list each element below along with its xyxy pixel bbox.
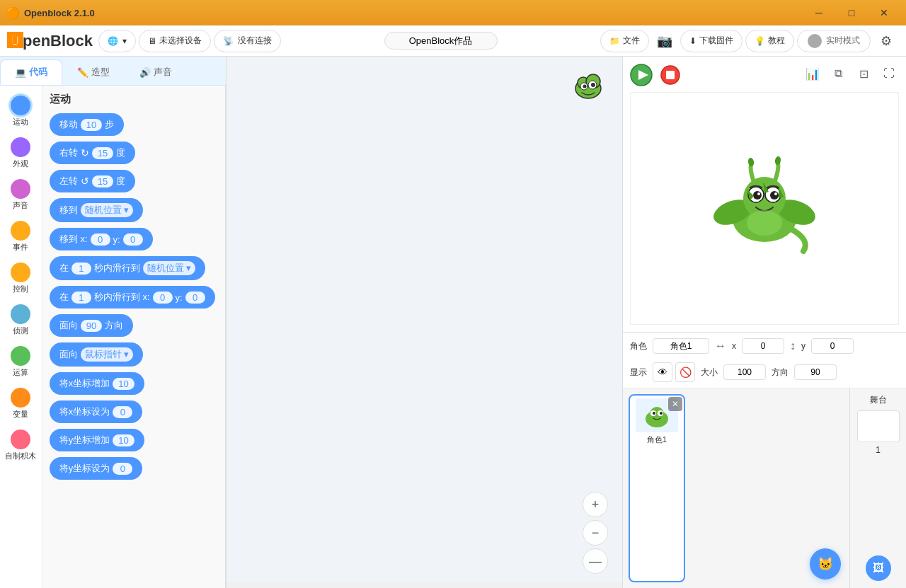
block-change-x[interactable]: 将x坐标增加 10 xyxy=(50,372,144,395)
stage-backdrop-thumb xyxy=(857,410,900,442)
tab-sound[interactable]: 🔊 声音 xyxy=(125,59,187,85)
hide-button[interactable]: 🚫 xyxy=(675,362,695,382)
block-glide-xy[interactable]: 在 1 秒内滑行到 x: 0 y: 0 xyxy=(50,286,215,309)
cat-variables[interactable]: 变量 xyxy=(1,384,40,424)
blocks-category-title: 运动 xyxy=(50,93,218,106)
scratch-background: + − — xyxy=(226,57,622,588)
sprite-name-label: 角色 xyxy=(630,340,647,352)
show-button[interactable]: 👁 xyxy=(653,362,672,382)
svg-point-20 xyxy=(770,191,779,200)
zoom-out-button[interactable]: − xyxy=(583,520,608,546)
add-backdrop-icon: 🖼 xyxy=(873,562,884,575)
cat-myblocks[interactable]: 自制积木 xyxy=(1,425,40,466)
operators-dot xyxy=(11,346,30,366)
cat-events[interactable]: 事件 xyxy=(1,217,40,257)
scratch-scrollbar[interactable] xyxy=(226,582,622,588)
block-goto-random[interactable]: 移到 随机位置 ▾ xyxy=(50,198,144,222)
sprite-card-1[interactable]: ✕ 角色1 xyxy=(629,394,685,582)
logo: 🅾penBlock xyxy=(7,32,93,50)
add-backdrop-button[interactable]: 🖼 xyxy=(866,555,891,581)
block-point-towards[interactable]: 面向 鼠标指针 ▾ xyxy=(50,342,144,367)
sprite-thumb-svg xyxy=(569,67,608,106)
cat-sound[interactable]: 声音 xyxy=(1,175,40,215)
tutorial-button[interactable]: 💡 教程 xyxy=(745,30,794,52)
block-change-y[interactable]: 将y坐标增加 10 xyxy=(50,429,144,451)
run-button[interactable] xyxy=(629,62,654,88)
block-set-x[interactable]: 将x坐标设为 0 xyxy=(50,400,143,423)
block-goto-xy[interactable]: 移到 x: 0 y: 0 xyxy=(50,228,153,250)
stop-icon xyxy=(660,65,680,85)
maximize-button[interactable]: □ xyxy=(835,0,868,25)
cat-looks[interactable]: 外观 xyxy=(1,133,40,173)
x-coord-input[interactable] xyxy=(742,338,784,354)
motion-blocks: 移动 10 步 右转 ↻ 15 度 左转 ↺ 1 xyxy=(50,113,218,192)
camera-button[interactable]: 📷 xyxy=(652,28,677,54)
myblocks-dot xyxy=(11,430,30,449)
motion-dot xyxy=(11,96,30,115)
fullscreen-button[interactable]: ⛶ xyxy=(878,62,900,85)
looks-dot xyxy=(11,137,30,157)
blocks-panel: 运动 移动 10 步 右转 ↻ 15 度 xyxy=(42,86,226,588)
cat-operators[interactable]: 运算 xyxy=(1,342,40,382)
size-input[interactable] xyxy=(723,364,766,380)
cat-sensing[interactable]: 侦测 xyxy=(1,300,40,340)
variables-dot xyxy=(11,388,30,408)
sound-tab-icon: 🔊 xyxy=(139,67,151,78)
tab-costume[interactable]: ✏️ 造型 xyxy=(62,59,125,85)
main-area: 💻 代码 ✏️ 造型 🔊 声音 运动 外观 xyxy=(0,57,906,588)
sprite-thumbnail xyxy=(569,67,608,109)
scratch-canvas-area: + − — xyxy=(226,57,623,588)
download-icon: ⬇ xyxy=(689,36,696,46)
category-sidebar: 运动 外观 声音 事件 控制 xyxy=(0,86,42,588)
sprite-name-input[interactable] xyxy=(653,338,709,354)
cat-motion[interactable]: 运动 xyxy=(1,91,40,132)
device-button[interactable]: 🖥 未选择设备 xyxy=(139,30,211,52)
zoom-controls: + − — xyxy=(583,492,608,574)
svg-point-6 xyxy=(591,83,595,87)
project-name-input[interactable] xyxy=(384,32,498,50)
realtime-mode[interactable]: 实时模式 xyxy=(797,30,871,52)
block-point-direction[interactable]: 面向 90 方向 xyxy=(50,314,133,337)
close-button[interactable]: ✕ xyxy=(868,0,900,25)
device-icon: 🖥 xyxy=(148,36,156,46)
cat-control[interactable]: 控制 xyxy=(1,258,40,299)
stage-canvas xyxy=(630,92,899,325)
connect-icon: 📡 xyxy=(223,36,234,46)
stop-button[interactable] xyxy=(660,64,681,86)
settings-button[interactable]: ⚙ xyxy=(873,28,899,54)
big-stage-button[interactable]: ⊡ xyxy=(852,62,875,85)
sprite-properties: 角色 ↔ x ↕ y 显示 👁 🚫 大小 方向 xyxy=(623,333,906,388)
bar-chart-button[interactable]: 📊 xyxy=(801,62,824,85)
motion-blocks-4: 将x坐标增加 10 将x坐标设为 0 将y坐标增加 10 xyxy=(50,372,218,480)
direction-input[interactable] xyxy=(794,364,837,380)
costume-tab-icon: ✏️ xyxy=(77,67,88,78)
zoom-reset-button[interactable]: — xyxy=(583,548,608,574)
language-button[interactable]: 🌐 ▾ xyxy=(98,30,136,52)
minimize-button[interactable]: ─ xyxy=(803,0,835,25)
size-label: 大小 xyxy=(701,367,718,379)
download-button[interactable]: ⬇ 下载固件 xyxy=(680,30,742,52)
tab-code[interactable]: 💻 代码 xyxy=(0,59,62,85)
block-turn-right[interactable]: 右转 ↻ 15 度 xyxy=(50,142,135,164)
svg-point-15 xyxy=(747,157,755,166)
block-turn-left[interactable]: 左转 ↺ 15 度 xyxy=(50,170,135,192)
small-stage-button[interactable]: ⧉ xyxy=(827,62,849,85)
block-set-y[interactable]: 将y坐标设为 0 xyxy=(50,457,143,480)
zoom-in-button[interactable]: + xyxy=(583,492,608,517)
sprite-delete-button[interactable]: ✕ xyxy=(668,397,682,411)
connect-button[interactable]: 📡 没有连接 xyxy=(214,30,281,52)
block-glide-random[interactable]: 在 1 秒内滑行到 随机位置 ▾ xyxy=(50,256,206,280)
add-sprite-button[interactable]: 🐱 xyxy=(810,548,841,580)
stage-playback-controls xyxy=(629,62,681,88)
code-tab-icon: 💻 xyxy=(15,67,26,78)
settings-icon: ⚙ xyxy=(881,33,892,49)
block-move[interactable]: 移动 10 步 xyxy=(50,113,124,136)
file-button[interactable]: 📁 文件 xyxy=(600,30,649,52)
motion-blocks-2: 移到 随机位置 ▾ 移到 x: 0 y: 0 在 1 秒内滑行到 xyxy=(50,198,218,309)
titlebar: 🟠 Openblock 2.1.0 ─ □ ✕ xyxy=(0,0,906,25)
right-panel: 📊 ⧉ ⊡ ⛶ xyxy=(623,57,906,588)
stage-tab[interactable]: 舞台 1 🖼 xyxy=(849,388,906,588)
fullscreen-icon: ⛶ xyxy=(883,67,895,80)
y-coord-input[interactable] xyxy=(811,338,854,354)
language-arrow: ▾ xyxy=(122,36,127,46)
